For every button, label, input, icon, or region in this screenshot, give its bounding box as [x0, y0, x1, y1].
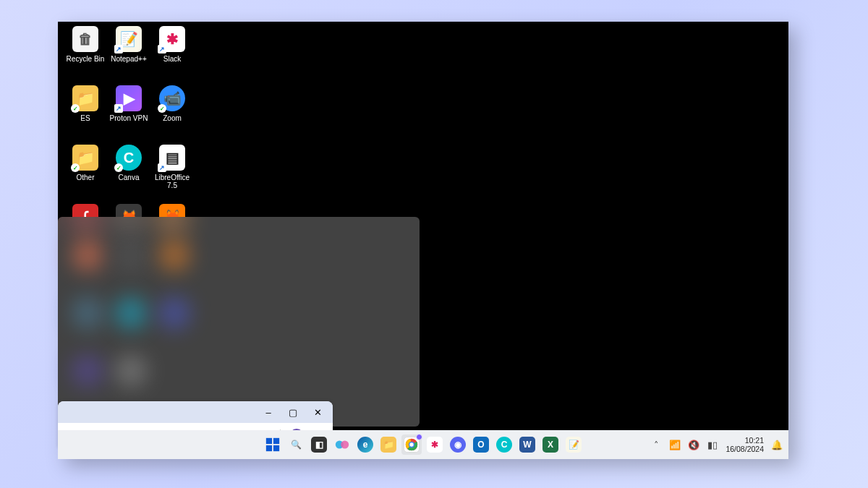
notifications-icon[interactable]: 🔔: [771, 439, 783, 450]
wifi-icon[interactable]: 📶: [669, 439, 681, 450]
desktop-icon-other-folder[interactable]: 📁✓Other: [64, 145, 107, 181]
desktop-icon-canva[interactable]: C✓Canva: [107, 145, 150, 181]
other-folder-icon: 📁✓: [72, 145, 98, 171]
desktop-icon-label: Proton VPN: [107, 114, 150, 122]
outlook-icon[interactable]: O: [471, 435, 491, 455]
svg-point-5: [341, 441, 349, 449]
edge-icon[interactable]: e: [355, 435, 375, 455]
desktop-icon-zoom[interactable]: 📹✓Zoom: [150, 85, 194, 122]
excel-icon[interactable]: X: [540, 435, 561, 455]
close-button[interactable]: ✕: [307, 403, 328, 421]
slack-icon[interactable]: ✱: [425, 435, 445, 455]
canva-icon[interactable]: C: [494, 435, 514, 455]
svg-point-10: [409, 442, 413, 446]
taskbar-pinned-area: 🔍◧e📁✱◉OCWX📝: [263, 435, 584, 455]
chrome-icon[interactable]: [401, 435, 422, 455]
search-icon[interactable]: 🔍: [286, 435, 306, 455]
desktop-icon-label: ES: [64, 114, 107, 122]
desktop-icon-label: LibreOffice 7.5: [150, 174, 194, 189]
clock-date: 16/08/2024: [726, 445, 764, 453]
desktop-icon-slack[interactable]: ✱↗Slack: [150, 26, 194, 63]
start-button[interactable]: [263, 435, 283, 455]
word-icon[interactable]: W: [517, 435, 537, 455]
desktop-icon-es-folder[interactable]: 📁✓ES: [64, 85, 107, 122]
svg-rect-3: [273, 445, 279, 451]
file-explorer-icon[interactable]: 📁: [378, 435, 399, 455]
desktop-icon-protonvpn[interactable]: ▶↗Proton VPN: [107, 85, 150, 122]
protonvpn-icon: ▶↗: [116, 85, 142, 111]
desktop-icon-label: Other: [64, 174, 107, 181]
desktop-icon-label: Recycle Bin: [64, 55, 107, 63]
desktop-icon-label: Canva: [107, 174, 150, 181]
desktop-screen: 🗑Recycle Bin📝↗Notepad++✱↗Slack📁✓ES▶↗Prot…: [58, 22, 788, 459]
system-tray: ˄ 📶 🔇 ▮▯ 10:21 16/08/2024 🔔: [650, 436, 783, 453]
slack-icon: ✱↗: [159, 26, 185, 52]
task-view-icon[interactable]: ◧: [309, 435, 329, 455]
canva-icon: C✓: [116, 145, 142, 171]
taskbar: 🔍◧e📁✱◉OCWX📝 ˄ 📶 🔇 ▮▯ 10:21 16/08/2024 🔔: [58, 430, 788, 459]
browser-titlebar[interactable]: – ▢ ✕: [58, 401, 333, 423]
es-folder-icon: 📁✓: [72, 85, 98, 111]
svg-rect-2: [266, 445, 272, 451]
battery-icon[interactable]: ▮▯: [707, 439, 718, 450]
zoom-icon: 📹✓: [159, 85, 185, 111]
discord-icon[interactable]: ◉: [448, 435, 468, 455]
copilot-icon[interactable]: [332, 435, 352, 455]
recycle-bin-icon: 🗑: [72, 26, 98, 52]
minimize-button[interactable]: –: [258, 403, 279, 421]
svg-rect-0: [266, 438, 272, 444]
notepadpp-icon[interactable]: 📝: [563, 435, 584, 455]
tray-overflow-chevron-icon[interactable]: ˄: [650, 439, 662, 450]
maximize-button[interactable]: ▢: [282, 403, 304, 421]
desktop-icon-libreoffice[interactable]: ▤↗LibreOffice 7.5: [150, 145, 194, 189]
desktop-icon-recycle-bin[interactable]: 🗑Recycle Bin: [64, 26, 107, 63]
taskbar-clock[interactable]: 10:21 16/08/2024: [726, 436, 764, 453]
notepadpp-icon: 📝↗: [116, 26, 142, 52]
volume-muted-icon[interactable]: 🔇: [688, 439, 699, 450]
desktop-icon-notepadpp[interactable]: 📝↗Notepad++: [107, 26, 150, 63]
desktop-icon-label: Zoom: [150, 114, 194, 122]
libreoffice-icon: ▤↗: [159, 145, 185, 171]
desktop-icon-label: Notepad++: [107, 55, 150, 63]
desktop-icon-label: Slack: [150, 55, 194, 63]
snap-preview-overlay: [58, 217, 420, 427]
svg-rect-1: [273, 438, 279, 444]
clock-time: 10:21: [726, 436, 764, 445]
